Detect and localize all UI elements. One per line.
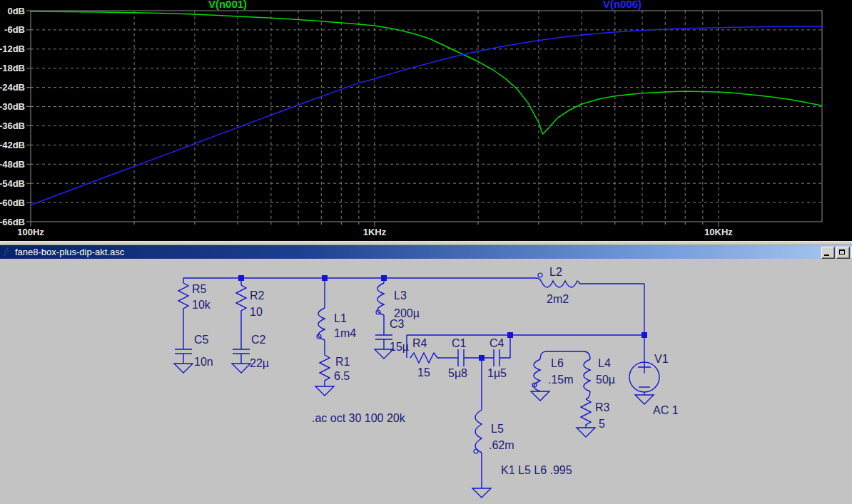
value-c3[interactable]: 15µ — [390, 341, 409, 353]
value-r4[interactable]: 15 — [417, 366, 430, 379]
plot-background — [0, 0, 852, 241]
value-c5[interactable]: 10n — [194, 356, 213, 368]
label-c5[interactable]: C5 — [194, 334, 209, 346]
wire-junction — [238, 275, 244, 281]
schematic-pane[interactable]: R510kR210C510nC222µL11m4R16.5L3200µC315µ… — [0, 259, 852, 504]
window-titlebar[interactable]: fane8-box-plus-dip-akt.asc — [0, 245, 852, 259]
value-r2[interactable]: 10 — [250, 306, 263, 318]
y-axis-label: -54dB — [0, 178, 25, 189]
y-axis-label: -30dB — [0, 101, 25, 112]
app-icon — [2, 247, 11, 257]
label-r3[interactable]: R3 — [595, 401, 610, 413]
ltspice-window: { "chart_data": { "type": "line", "x_sca… — [0, 0, 852, 504]
x-axis-label: 1KHz — [363, 227, 387, 237]
label-l5[interactable]: L5 — [491, 423, 504, 435]
x-axis-label: 100Hz — [17, 227, 44, 237]
value-l5[interactable]: .62m — [489, 439, 514, 451]
maximize-button[interactable] — [836, 247, 850, 259]
y-axis-label: -42dB — [0, 140, 25, 150]
minimize-button[interactable] — [821, 247, 835, 259]
label-r2[interactable]: R2 — [250, 289, 265, 302]
y-axis-label: -12dB — [0, 43, 25, 54]
label-l4[interactable]: L4 — [598, 357, 611, 369]
bode-plot[interactable]: 0dB-6dB-12dB-18dB-24dB-30dB-36dB-42dB-48… — [0, 0, 852, 241]
value-l4[interactable]: 50µ — [596, 374, 615, 386]
maximize-icon — [839, 250, 845, 254]
label-l3[interactable]: L3 — [394, 289, 407, 302]
y-axis-label: -48dB — [0, 159, 25, 170]
y-axis-label: 0dB — [7, 6, 25, 16]
inductor-phase-dot — [474, 449, 478, 453]
wire-junction — [641, 332, 647, 338]
minimize-icon — [824, 254, 829, 256]
value-r1[interactable]: 6.5 — [334, 370, 350, 382]
label-c1[interactable]: C1 — [452, 337, 467, 349]
x-axis-label: 10KHz — [704, 227, 733, 237]
y-axis-label: -60dB — [0, 197, 25, 208]
label-l2[interactable]: L2 — [549, 266, 562, 278]
wire-junction — [381, 275, 387, 281]
label-c4[interactable]: C4 — [490, 337, 504, 349]
y-axis-label: -6dB — [4, 24, 25, 35]
value-r5[interactable]: 10k — [192, 299, 211, 311]
label-r4[interactable]: R4 — [412, 337, 427, 349]
label-c2[interactable]: C2 — [251, 334, 266, 346]
y-axis-label: -66dB — [0, 217, 25, 227]
window-buttons: × — [821, 247, 852, 258]
spice-directive-0[interactable]: .ac oct 30 100 20k — [312, 412, 406, 424]
y-axis-label: -36dB — [0, 120, 25, 131]
y-axis-label: -24dB — [0, 82, 25, 93]
wire-junction — [479, 355, 485, 361]
spice-directive-1[interactable]: K1 L5 L6 .995 — [501, 464, 572, 476]
y-axis-label: -18dB — [0, 63, 25, 73]
value-l1[interactable]: 1m4 — [334, 327, 356, 339]
value-v1[interactable]: AC 1 — [653, 404, 679, 416]
wire-junction — [507, 332, 513, 338]
label-r1[interactable]: R1 — [335, 356, 350, 368]
window-title: fane8-box-plus-dip-akt.asc — [15, 245, 124, 259]
value-l6[interactable]: .15m — [548, 374, 574, 386]
inductor-phase-dot — [538, 273, 542, 277]
trace-label-1[interactable]: V(n006) — [603, 0, 641, 10]
label-r5[interactable]: R5 — [192, 283, 207, 295]
label-c3[interactable]: C3 — [390, 318, 405, 330]
waveform-pane[interactable]: 0dB-6dB-12dB-18dB-24dB-30dB-36dB-42dB-48… — [0, 0, 852, 241]
value-l2[interactable]: 2m2 — [547, 293, 569, 305]
value-r3[interactable]: 5 — [599, 418, 605, 430]
label-l6[interactable]: L6 — [551, 357, 564, 369]
value-c4[interactable]: 1µ5 — [487, 367, 507, 379]
wire-junction — [322, 275, 328, 281]
label-l1[interactable]: L1 — [334, 312, 347, 324]
trace-label-0[interactable]: V(n001) — [208, 0, 247, 10]
value-c2[interactable]: 22µ — [250, 357, 269, 369]
schematic-canvas[interactable]: R510kR210C510nC222µL11m4R16.5L3200µC315µ… — [0, 259, 852, 504]
label-v1[interactable]: V1 — [654, 353, 669, 365]
value-c1[interactable]: 5µ8 — [448, 367, 467, 379]
